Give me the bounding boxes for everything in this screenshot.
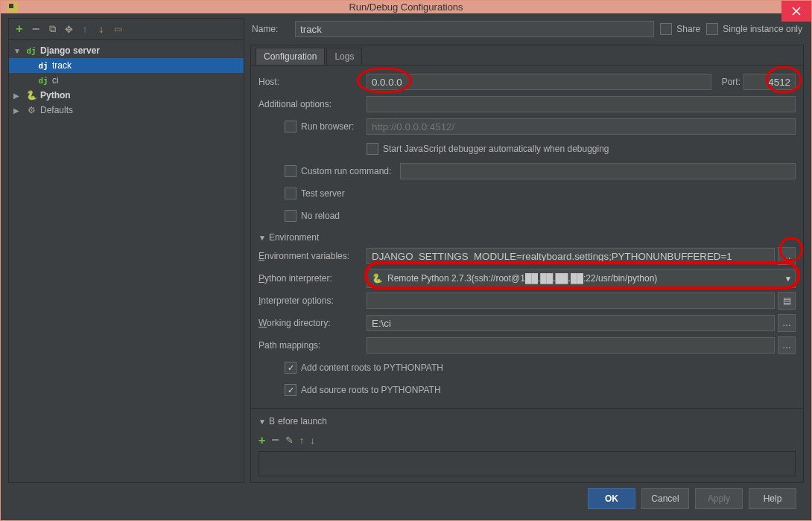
dialog-buttons: OK Cancel Apply Help (8, 483, 804, 514)
chevron-down-icon: ▼ (784, 269, 792, 287)
before-launch-down-button[interactable]: ↓ (310, 435, 315, 446)
django-icon: dj (37, 74, 49, 86)
tree-label: Python (40, 90, 71, 100)
apply-button[interactable]: Apply (695, 488, 743, 509)
before-launch-list[interactable] (258, 451, 796, 476)
move-up-button[interactable]: ↑ (79, 23, 91, 35)
python-icon: 🐍 (372, 273, 383, 284)
add-source-roots-checkbox[interactable]: ✓Add source roots to PYTHONPATH (285, 384, 441, 396)
tab-configuration[interactable]: Configuration (256, 48, 325, 65)
close-button[interactable] (781, 1, 811, 22)
path-mappings-label: Path mappings: (258, 340, 367, 351)
tree-label: ci (52, 75, 59, 86)
add-content-roots-checkbox[interactable]: ✓Add content roots to PYTHONPATH (285, 362, 443, 374)
workdir-input[interactable] (367, 315, 775, 331)
before-launch-remove-button[interactable]: − (271, 432, 279, 448)
config-detail-panel: Name: Share Single instance only Configu… (250, 18, 804, 483)
custom-run-checkbox[interactable]: Custom run command: (285, 165, 400, 177)
chevron-down-icon: ▼ (13, 47, 22, 55)
before-launch-add-button[interactable]: + (258, 434, 265, 447)
interpreter-value: Remote Python 2.7.3(ssh://root@1██.██.██… (387, 273, 657, 284)
share-checkbox[interactable]: Share (660, 23, 700, 35)
config-name-input[interactable] (295, 21, 654, 37)
copy-config-button[interactable]: ⧉ (46, 23, 58, 35)
gear-icon: ⚙ (25, 104, 37, 116)
tree-node-django-server[interactable]: ▼ dj Django server (9, 43, 244, 58)
additional-options-label: Additional options: (258, 99, 367, 109)
before-launch-edit-button[interactable]: ✎ (285, 435, 294, 446)
move-down-button[interactable]: ↓ (95, 23, 107, 35)
custom-run-input (400, 163, 796, 179)
path-mappings-input[interactable] (367, 337, 775, 354)
host-label: Host: (258, 77, 367, 87)
tree-toolbar: + − ⧉ ✥ ↑ ↓ ▭ (9, 19, 244, 40)
window-title: Run/Debug Configurations (1, 1, 811, 13)
no-reload-checkbox[interactable]: No reload (285, 210, 340, 222)
cancel-button[interactable]: Cancel (641, 488, 689, 509)
run-browser-url (367, 118, 796, 135)
tree-node-defaults[interactable]: ▶ ⚙ Defaults (9, 103, 244, 118)
env-vars-label: Environment variables: (258, 251, 367, 261)
tree-node-python[interactable]: ▶ 🐍 Python (9, 88, 244, 103)
remove-config-button[interactable]: − (30, 23, 42, 35)
settings-button[interactable]: ✥ (63, 23, 74, 35)
interp-options-expand-button[interactable]: ▤ (778, 292, 796, 310)
python-icon: 🐍 (25, 89, 37, 101)
additional-options-input[interactable] (367, 96, 796, 112)
env-vars-browse-button[interactable]: … (778, 247, 796, 265)
workdir-label: Working directory: (258, 318, 367, 328)
django-icon: dj (25, 45, 37, 57)
run-debug-dialog: Run/Debug Configurations + − ⧉ ✥ ↑ ↓ ▭ (0, 0, 812, 521)
environment-section[interactable]: ▼Environment (258, 232, 796, 243)
titlebar: Run/Debug Configurations (1, 1, 811, 13)
env-vars-input[interactable] (367, 248, 775, 264)
js-debugger-checkbox[interactable]: Start JavaScript debugger automatically … (367, 143, 609, 155)
help-button[interactable]: Help (749, 488, 796, 509)
tree-label: Defaults (40, 105, 73, 115)
before-launch-label: efore launch (278, 416, 327, 426)
interpreter-label: Python interpreter: (258, 273, 367, 284)
folder-button[interactable]: ▭ (112, 23, 124, 35)
single-instance-checkbox[interactable]: Single instance only (706, 23, 802, 35)
tree-node-track[interactable]: dj track (9, 58, 244, 73)
tab-logs[interactable]: Logs (326, 48, 362, 65)
tree-node-ci[interactable]: dj ci (9, 73, 244, 88)
interp-options-label: Interpreter options: (258, 295, 367, 306)
host-input[interactable] (367, 74, 711, 90)
tree-label: Django server (40, 45, 100, 56)
configurations-tree-panel: + − ⧉ ✥ ↑ ↓ ▭ ▼ dj Django server (8, 18, 244, 483)
name-label: Name: (252, 24, 289, 34)
before-launch-section[interactable]: ▼Before launch (258, 416, 796, 426)
before-launch-up-button[interactable]: ↑ (299, 435, 305, 446)
path-mappings-browse-button[interactable]: … (778, 336, 796, 354)
port-label: Port: (722, 77, 740, 87)
django-icon: dj (37, 60, 49, 71)
ok-button[interactable]: OK (588, 488, 635, 509)
interp-options-input[interactable] (367, 293, 775, 309)
workdir-browse-button[interactable]: … (778, 314, 796, 332)
chevron-right-icon: ▶ (13, 106, 22, 115)
run-browser-checkbox[interactable]: Run browser: (285, 121, 367, 132)
port-input[interactable] (743, 74, 796, 90)
config-tree[interactable]: ▼ dj Django server dj track dj ci (9, 40, 244, 482)
tree-label: track (52, 60, 72, 71)
interpreter-dropdown[interactable]: 🐍 Remote Python 2.7.3(ssh://root@1██.██.… (367, 269, 796, 288)
add-config-button[interactable]: + (13, 23, 25, 35)
chevron-right-icon: ▶ (13, 92, 22, 100)
test-server-checkbox[interactable]: Test server (285, 188, 345, 199)
